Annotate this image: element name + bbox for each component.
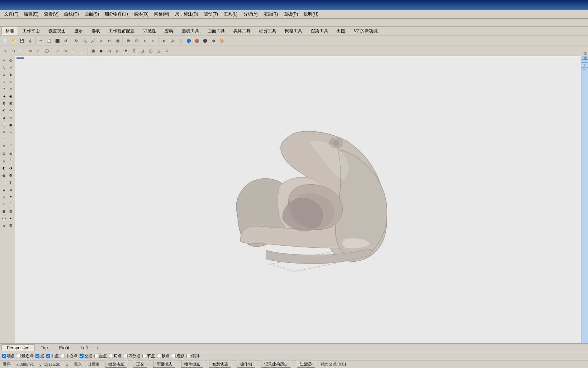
menu-item-分析(A)[interactable]: 分析(A)	[241, 10, 261, 18]
viewport-tab-left[interactable]: Left	[75, 344, 93, 351]
toolbar1-icon-9[interactable]: 🔍	[81, 37, 89, 45]
right-panel-tab-3[interactable]: 4	[582, 62, 588, 67]
left-tool-12-1[interactable]: ⌒	[8, 143, 14, 150]
left-tool-20-1[interactable]: ⊺	[8, 200, 14, 207]
menu-item-细分物件(U)[interactable]: 细分物件(U)	[102, 10, 131, 18]
toolbar1-icon-21[interactable]: 🔵	[185, 37, 193, 45]
toolbar1-icon-13[interactable]: ▦	[114, 37, 122, 45]
snap-checkbox-点[interactable]	[35, 354, 39, 358]
left-tool-5-0[interactable]: ◈	[1, 93, 7, 99]
left-tool-11-1[interactable]: ⋮	[8, 136, 14, 143]
status-filter[interactable]: 过滤器	[297, 361, 315, 368]
toolbar1-icon-19[interactable]: ◎	[168, 37, 176, 45]
menu-item-曲线(C)[interactable]: 曲线(C)	[61, 10, 82, 18]
toolbar2-icon-1[interactable]: ⊙	[10, 47, 18, 55]
left-tool-21-0[interactable]: ▩	[1, 208, 7, 214]
menu-item-网格(M)[interactable]: 网格(M)	[151, 10, 172, 18]
tab-7[interactable]: 变动	[161, 27, 177, 35]
toolbar2-icon-16[interactable]: ◿	[138, 47, 146, 55]
left-tool-21-1[interactable]: ▨	[8, 208, 14, 214]
right-panel-tab-2[interactable]: 图	[582, 59, 588, 62]
status-ortho[interactable]: 正交	[133, 361, 147, 368]
tab-4[interactable]: 选取	[87, 27, 104, 35]
toolbar1-icon-16[interactable]: ♦	[141, 37, 149, 45]
toolbar2-icon-4[interactable]: ⌂	[34, 47, 42, 55]
tab-6[interactable]: 可见性	[139, 27, 160, 35]
left-tool-1-1[interactable]: ↗	[8, 64, 14, 71]
left-tool-4-0[interactable]: ⌖	[1, 85, 7, 92]
status-history[interactable]: 记录建构历史	[261, 361, 291, 368]
left-tool-22-1[interactable]: ●	[8, 215, 14, 222]
left-tool-9-1[interactable]: ▦	[8, 121, 14, 128]
snap-checkbox-顶点[interactable]	[157, 354, 161, 358]
tab-12[interactable]: 网格工具	[281, 27, 306, 35]
status-smart-track[interactable]: 智慧轨迹	[209, 361, 231, 368]
viewport-tab-add[interactable]: +	[94, 345, 101, 351]
toolbar1-icon-3[interactable]: 🖨	[26, 37, 34, 45]
menu-item-查看(V)[interactable]: 查看(V)	[41, 10, 61, 18]
menu-item-面板(P)[interactable]: 面板(P)	[281, 10, 301, 18]
viewport-tab-front[interactable]: Front	[54, 344, 75, 351]
menu-item-说明(H)[interactable]: 说明(H)	[301, 10, 321, 18]
toolbar1-icon-24[interactable]: ◑	[209, 37, 217, 45]
snap-checkbox-端点[interactable]	[2, 354, 6, 358]
left-tool-20-0[interactable]: ⊹	[1, 200, 7, 207]
left-tool-14-1[interactable]: ⌃	[8, 157, 14, 164]
tab-15[interactable]: V7 的新功能	[350, 27, 381, 35]
toolbar2-icon-7[interactable]: ∿	[62, 47, 70, 55]
menu-item-尺寸标注(D)[interactable]: 尺寸标注(D)	[172, 10, 201, 18]
toolbar1-icon-20[interactable]: ◌	[176, 37, 184, 45]
toolbar2-icon-12[interactable]: ◁	[105, 47, 113, 55]
tab-13[interactable]: 渲染工具	[307, 27, 332, 35]
toolbar1-icon-14[interactable]: ⊞	[124, 37, 132, 45]
menu-item-渲染(R)[interactable]: 渲染(R)	[261, 10, 281, 18]
snap-checkbox-切点[interactable]	[109, 354, 113, 358]
toolbar1-icon-6[interactable]: ⬛	[53, 37, 61, 45]
toolbar1-icon-4[interactable]: ✂	[37, 37, 45, 45]
left-tool-8-1[interactable]: △	[8, 114, 14, 121]
snap-item-交点[interactable]: 交点	[80, 353, 92, 359]
snap-checkbox-最近点[interactable]	[17, 354, 21, 358]
tab-10[interactable]: 实体工具	[229, 27, 255, 35]
tab-1[interactable]: 工作平面	[19, 27, 44, 35]
snap-item-节点[interactable]: 节点	[142, 353, 155, 359]
left-tool-3-0[interactable]: ▷	[1, 78, 7, 85]
toolbar2-icon-11[interactable]: ◼	[97, 47, 105, 55]
viewport-label[interactable]	[16, 57, 24, 59]
toolbar2-icon-9[interactable]: ≀	[78, 47, 86, 55]
left-tool-9-0[interactable]: ◫	[1, 121, 7, 128]
snap-checkbox-垂点[interactable]	[94, 354, 98, 358]
left-tool-12-0[interactable]: ⌑	[1, 143, 7, 150]
snap-item-中点[interactable]: 中点	[46, 353, 59, 359]
toolbar2-icon-5[interactable]: ◯	[43, 47, 51, 55]
toolbar1-icon-7[interactable]: ↺	[62, 37, 70, 45]
left-tool-7-1[interactable]: ↷	[8, 107, 14, 114]
left-tool-19-0[interactable]: ▽	[1, 193, 7, 200]
snap-checkbox-交点[interactable]	[80, 354, 84, 358]
left-tool-15-1[interactable]: ◑	[8, 164, 14, 171]
toolbar1-icon-8[interactable]: ↻	[72, 37, 80, 45]
toolbar1-icon-22[interactable]: 🟤	[193, 37, 201, 45]
toolbar1-icon-10[interactable]: 🔎	[89, 37, 97, 45]
toolbar1-icon-17[interactable]: ○	[149, 37, 157, 45]
snap-checkbox-投影[interactable]	[172, 354, 176, 358]
menu-item-曲面(S)[interactable]: 曲面(S)	[82, 10, 102, 18]
snap-item-垂点[interactable]: 垂点	[94, 353, 107, 359]
toolbar1-icon-0[interactable]: ⬜	[1, 37, 9, 45]
toolbar2-icon-0[interactable]: ○	[1, 47, 9, 55]
snap-checkbox-中点[interactable]	[46, 354, 50, 358]
left-tool-16-1[interactable]: ◓	[8, 172, 14, 178]
left-tool-17-1[interactable]: ⌈	[8, 179, 14, 186]
toolbar1-icon-5[interactable]: 📋	[45, 37, 53, 45]
left-tool-10-0[interactable]: ⌀	[1, 129, 7, 135]
left-tool-4-1[interactable]: ⌗	[8, 85, 14, 92]
tab-5[interactable]: 工作视窗配置	[105, 27, 138, 35]
left-tool-0-0[interactable]: ○	[1, 57, 7, 64]
left-tool-7-0[interactable]: ↶	[1, 107, 7, 114]
toolbar2-icon-2[interactable]: □	[18, 47, 26, 55]
left-tool-2-1[interactable]: ⊕	[8, 71, 14, 78]
menu-item-工具(L)[interactable]: 工具(L)	[221, 10, 241, 18]
right-panel-tab-4[interactable]: f	[582, 67, 588, 72]
snap-checkbox-四分点[interactable]	[124, 354, 128, 358]
tab-9[interactable]: 曲面工具	[204, 27, 229, 35]
